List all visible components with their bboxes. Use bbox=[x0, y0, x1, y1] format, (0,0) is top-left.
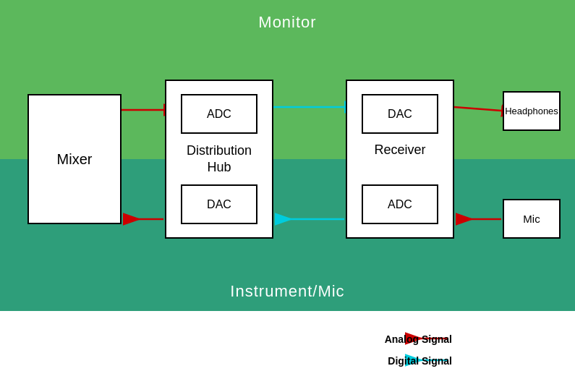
adc-bottom-block: ADC bbox=[362, 184, 438, 224]
distribution-hub-block: ADC DAC DistributionHub bbox=[165, 80, 273, 239]
receiver-label: Receiver bbox=[374, 142, 425, 158]
receiver-block: DAC ADC Receiver bbox=[346, 80, 454, 239]
distribution-hub-label: DistributionHub bbox=[187, 142, 252, 176]
dac-bottom-block: DAC bbox=[181, 184, 257, 224]
diagram-container: Monitor Instrument/Mic Mixer ADC DAC Dis… bbox=[0, 0, 575, 392]
analog-signal-label: Analog Signal bbox=[385, 333, 452, 345]
monitor-label: Monitor bbox=[0, 13, 575, 32]
dac-top-block: DAC bbox=[362, 94, 438, 134]
mic-block: Mic bbox=[503, 199, 561, 239]
instrument-label: Instrument/Mic bbox=[0, 282, 575, 301]
adc-top-block: ADC bbox=[181, 94, 257, 134]
headphones-block: Headphones bbox=[503, 91, 561, 131]
mixer-block: Mixer bbox=[27, 94, 122, 224]
white-bottom bbox=[0, 311, 575, 392]
digital-signal-label: Digital Signal bbox=[388, 355, 452, 367]
